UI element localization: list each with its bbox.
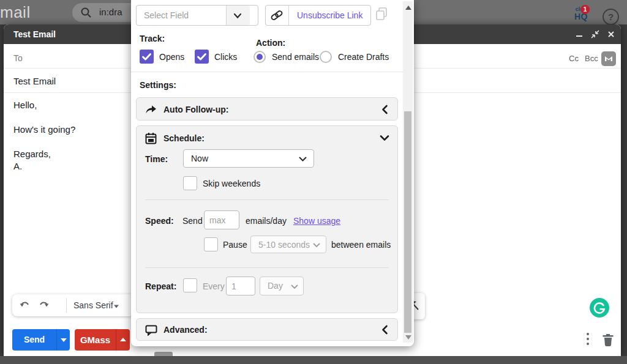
- speed-label: Speed:: [145, 216, 174, 226]
- font-chevron-down-icon[interactable]: [113, 304, 120, 309]
- trash-icon[interactable]: [601, 332, 615, 347]
- repeat-label: Repeat:: [145, 281, 176, 291]
- send-word: Send: [182, 216, 203, 226]
- cc-button[interactable]: Cc: [569, 54, 579, 63]
- repeat-unit-select[interactable]: Day: [260, 277, 304, 295]
- scrollbar-thumb[interactable]: [404, 111, 411, 333]
- more-options-icon[interactable]: [587, 333, 589, 347]
- advanced-label: Advanced:: [163, 325, 208, 335]
- settings-label: Settings:: [140, 80, 176, 90]
- unsubscribe-group[interactable]: Unsubscribe Link: [265, 5, 371, 26]
- pause-interval-select[interactable]: 5-10 seconds: [250, 236, 326, 253]
- auto-followup-section[interactable]: Auto Follow-up:: [136, 97, 398, 121]
- send-button-label[interactable]: Send: [12, 329, 56, 351]
- check-icon: [195, 50, 209, 64]
- schedule-section: Schedule: Time: Now Skip weekends Speed:: [136, 125, 398, 313]
- search-icon: [80, 7, 92, 18]
- skip-weekends-checkbox[interactable]: [183, 176, 197, 190]
- search-input[interactable]: in:dra: [99, 7, 122, 17]
- unsubscribe-link-button[interactable]: Unsubscribe Link: [289, 6, 370, 25]
- popup-divider: [131, 72, 403, 72]
- time-value: Now: [184, 150, 314, 167]
- gmail-logo: mail: [0, 3, 31, 22]
- body-line[interactable]: How's it going?: [13, 124, 75, 135]
- chevron-down-icon: [61, 338, 67, 342]
- chevron-down-icon: [299, 157, 307, 162]
- track-label: Track:: [140, 34, 165, 43]
- cloudhq-addon-icon[interactable]: [601, 51, 616, 66]
- send-emails-label: Send emails: [272, 52, 319, 62]
- emails-per-day-label: emails/day: [246, 216, 287, 226]
- to-field[interactable]: To: [13, 53, 23, 63]
- exit-fullscreen-icon[interactable]: [590, 29, 600, 39]
- show-usage-link[interactable]: Show usage: [293, 216, 340, 226]
- help-icon[interactable]: ?: [603, 9, 619, 25]
- scrollbar-up-arrow[interactable]: [405, 6, 411, 10]
- redo-icon[interactable]: [38, 299, 50, 310]
- send-button[interactable]: Send: [12, 329, 70, 351]
- copy-icon[interactable]: [375, 7, 388, 21]
- cloudhq-notification-badge: 1: [580, 5, 590, 14]
- chevron-down-icon[interactable]: [380, 135, 389, 141]
- select-field-chevron[interactable]: [226, 6, 250, 25]
- time-label: Time:: [145, 154, 168, 164]
- repeat-count-input[interactable]: [226, 277, 255, 295]
- pause-label: Pause: [223, 240, 247, 250]
- chevron-down-icon: [313, 243, 320, 248]
- chevron-left-icon: [381, 105, 388, 114]
- create-drafts-radio[interactable]: [320, 51, 332, 63]
- chat-bubble-icon: [145, 324, 157, 336]
- page-bottom-strip: [0, 356, 627, 364]
- scrollbar-down-arrow[interactable]: [405, 335, 411, 340]
- unlink-icon[interactable]: [266, 6, 289, 25]
- calendar-icon: [145, 132, 157, 144]
- clicks-checkbox[interactable]: [195, 50, 209, 64]
- chevron-left-icon: [381, 325, 388, 335]
- select-field-placeholder: Select Field: [137, 6, 226, 25]
- body-line[interactable]: A.: [13, 161, 22, 171]
- gmass-settings-popup: Select Field Unsubscribe Link: [131, 0, 414, 346]
- toolbar-divider: [66, 298, 67, 313]
- clicks-label: Clicks: [214, 52, 237, 62]
- pause-checkbox[interactable]: [204, 237, 218, 251]
- close-icon[interactable]: [606, 29, 616, 39]
- check-icon: [140, 50, 154, 64]
- grammarly-icon[interactable]: [590, 298, 609, 318]
- opens-label: Opens: [159, 52, 184, 62]
- body-line[interactable]: Hello,: [13, 100, 37, 110]
- minimize-icon[interactable]: [574, 29, 584, 39]
- send-options-dropdown[interactable]: [56, 329, 70, 351]
- between-emails-label: between emails: [331, 240, 391, 250]
- gmass-button-label[interactable]: GMass: [75, 329, 116, 351]
- time-select[interactable]: Now: [183, 149, 314, 168]
- chevron-down-icon: [233, 13, 242, 19]
- bcc-button[interactable]: Bcc: [585, 54, 598, 63]
- skip-weekends-label: Skip weekends: [203, 179, 260, 188]
- chevron-down-icon: [291, 284, 298, 289]
- create-drafts-label: Create Drafts: [338, 52, 389, 62]
- gmass-options-dropdown[interactable]: [116, 329, 130, 351]
- auto-followup-label: Auto Follow-up:: [163, 105, 229, 114]
- advanced-section[interactable]: Advanced:: [136, 318, 398, 341]
- opens-checkbox[interactable]: [140, 50, 154, 64]
- schedule-divider: [145, 267, 389, 268]
- forward-arrow-icon: [145, 103, 157, 116]
- body-line[interactable]: Regards,: [13, 149, 51, 159]
- schedule-divider: [145, 199, 389, 200]
- gmass-button[interactable]: GMass: [75, 329, 130, 351]
- radio-dot: [257, 54, 263, 60]
- subject-field[interactable]: Test Email: [13, 76, 56, 86]
- action-label: Action:: [256, 38, 285, 48]
- chevron-up-icon: [120, 338, 126, 341]
- font-select[interactable]: Sans Serif: [73, 300, 113, 310]
- send-emails-radio[interactable]: [253, 51, 266, 63]
- gmail-page: mail in:dra clou HQ 1 ? Test Email To Cc…: [0, 0, 627, 364]
- repeat-checkbox[interactable]: [183, 278, 197, 292]
- every-label: Every: [203, 281, 225, 291]
- compose-title: Test Email: [13, 29, 56, 39]
- schedule-label: Schedule:: [163, 133, 205, 143]
- select-field-dropdown[interactable]: Select Field: [136, 5, 258, 26]
- undo-icon[interactable]: [18, 299, 31, 310]
- emails-per-day-input[interactable]: [204, 210, 239, 229]
